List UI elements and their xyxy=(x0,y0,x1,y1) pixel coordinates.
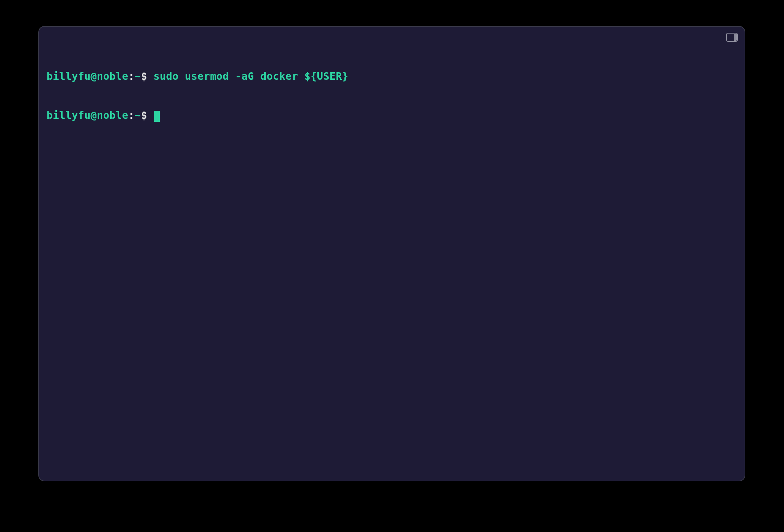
prompt-path: ~ xyxy=(135,70,141,82)
command-text: sudo usermod -aG docker ${USER} xyxy=(147,70,349,82)
prompt-user-host: billyfu@noble xyxy=(47,70,128,82)
terminal-line: billyfu@noble:~$ sudo usermod -aG docker… xyxy=(47,70,737,83)
prompt-separator: : xyxy=(128,70,135,82)
panel-right-icon[interactable] xyxy=(726,33,738,42)
prompt-user-host: billyfu@noble xyxy=(47,109,128,121)
prompt-path: ~ xyxy=(135,109,141,121)
terminal-window[interactable]: billyfu@noble:~$ sudo usermod -aG docker… xyxy=(38,26,745,481)
prompt-separator: : xyxy=(128,109,135,121)
terminal-line: billyfu@noble:~$ xyxy=(47,109,737,122)
command-text xyxy=(147,109,153,121)
prompt-dollar: $ xyxy=(141,70,147,82)
terminal-cursor xyxy=(154,111,160,122)
prompt-dollar: $ xyxy=(141,109,147,121)
svg-rect-1 xyxy=(734,34,737,41)
terminal-content[interactable]: billyfu@noble:~$ sudo usermod -aG docker… xyxy=(47,44,737,148)
